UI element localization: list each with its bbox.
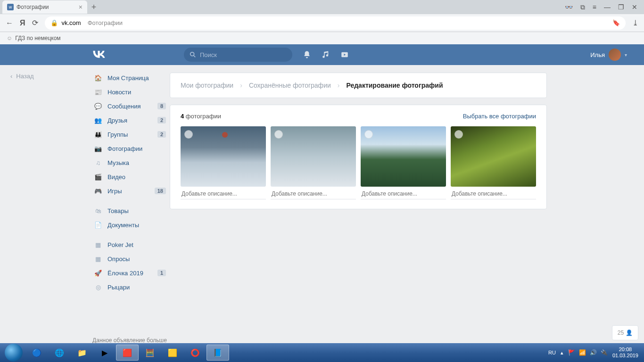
- sidebar-item-app-knights[interactable]: ◎Рыцари: [90, 280, 170, 294]
- chevron-right-icon: ›: [240, 82, 242, 89]
- photo-card: [451, 126, 536, 199]
- select-checkbox[interactable]: [454, 130, 463, 139]
- chat-widget[interactable]: 25 👤: [612, 325, 638, 340]
- sidebar-item-market[interactable]: 🛍Товары: [90, 204, 170, 218]
- taskbar-app-yandex2[interactable]: 🟨: [161, 345, 184, 361]
- minimize-button[interactable]: —: [604, 3, 611, 11]
- sidebar-item-groups[interactable]: 👪Группы2: [90, 127, 170, 141]
- sidebar-item-photos[interactable]: 📷Фотографии: [90, 141, 170, 156]
- taskbar: 🔵 🌐 📁 ▶ 🟥 🧮 🟨 ⭕ 📘 RU ▴ 🚩 📶 🔊 🔌 20:08 01.…: [0, 343, 644, 362]
- sidebar-item-my-page[interactable]: 🏠Моя Страница: [90, 71, 170, 85]
- sidebar-item-label: Опросы: [107, 255, 130, 263]
- photo-count: 4 фотографии: [181, 113, 221, 120]
- taskbar-app-ie[interactable]: 🌐: [48, 345, 71, 361]
- vk-logo-icon[interactable]: [90, 49, 108, 60]
- photo-card: [271, 126, 356, 199]
- app-icon: ▦: [93, 240, 103, 249]
- maximize-button[interactable]: ❐: [618, 3, 624, 11]
- select-checkbox[interactable]: [274, 130, 283, 139]
- sidebar-item-docs[interactable]: 📄Документы: [90, 218, 170, 232]
- bookmark-link[interactable]: ГДЗ по немецком: [15, 35, 60, 41]
- badge: 8: [157, 103, 166, 109]
- taskbar-app-explorer[interactable]: 📁: [71, 345, 93, 361]
- home-icon: 🏠: [93, 73, 103, 82]
- sidebar-item-label: Друзья: [107, 117, 127, 124]
- tray-flag-icon[interactable]: 🚩: [568, 349, 575, 356]
- reader-mode-icon[interactable]: 👓: [565, 3, 573, 11]
- description-input[interactable]: [451, 187, 536, 199]
- photos-panel: 4 фотографии Выбрать все фотографии: [170, 105, 547, 209]
- search-input[interactable]: Поиск: [184, 48, 292, 62]
- breadcrumb-my-photos[interactable]: Мои фотографии: [181, 82, 233, 89]
- taskbar-app-calc[interactable]: 🧮: [139, 345, 161, 361]
- tray-show-hidden-icon[interactable]: ▴: [561, 350, 563, 356]
- photo-thumbnail[interactable]: [181, 126, 266, 187]
- sidebar-item-label: Сообщения: [107, 103, 141, 110]
- tray-network-icon[interactable]: 📶: [579, 349, 586, 356]
- tray-volume-icon[interactable]: 🔊: [590, 349, 597, 356]
- sidebar-item-games[interactable]: 🎮Игры18: [90, 184, 170, 198]
- downloads-button[interactable]: ⤓: [632, 18, 638, 27]
- start-button[interactable]: [5, 344, 23, 362]
- tray-language[interactable]: RU: [548, 350, 556, 355]
- taskbar-app-media[interactable]: ▶: [93, 345, 116, 361]
- favicon-icon: w: [7, 4, 14, 10]
- sidebar-item-messages[interactable]: 💬Сообщения8: [90, 99, 170, 113]
- tray-icons[interactable]: 🚩 📶 🔊 🔌: [568, 349, 608, 356]
- description-input[interactable]: [181, 187, 266, 199]
- sidebar-item-label: Видео: [107, 173, 125, 181]
- back-link[interactable]: ‹ Назад: [10, 73, 90, 80]
- photo-thumbnail[interactable]: [451, 126, 536, 187]
- tray-clock[interactable]: 20:08 01.03.2019: [612, 346, 638, 359]
- home-button[interactable]: Я: [20, 19, 25, 27]
- bookmark-icon[interactable]: 🔖: [612, 19, 620, 26]
- browser-toolbar: ← Я ⟳ 🔒 vk.com Фотографии 🔖 ⤓: [0, 14, 644, 32]
- chevron-left-icon: ‹: [10, 73, 12, 80]
- menu-icon[interactable]: ≡: [593, 3, 596, 11]
- sidebar-item-app-tree[interactable]: 🚀Ёлочка 20191: [90, 266, 170, 280]
- description-input[interactable]: [361, 187, 446, 199]
- user-menu[interactable]: Илья ▾: [590, 49, 627, 61]
- photo-card: [361, 126, 446, 199]
- search-placeholder: Поиск: [200, 51, 217, 58]
- photo-thumbnail[interactable]: [361, 126, 446, 187]
- tray-power-icon[interactable]: 🔌: [601, 349, 608, 356]
- browser-tab-strip: w Фотографии × + 👓 ⧉ ≡ — ❐ ✕: [0, 0, 644, 14]
- select-checkbox[interactable]: [184, 130, 193, 139]
- sidebar: 🏠Моя Страница 📰Новости 💬Сообщения8 👥Друз…: [90, 65, 170, 358]
- sidebar-item-app-poker[interactable]: ▦Poker Jet: [90, 238, 170, 252]
- sidebar-item-app-polls[interactable]: ▦Опросы: [90, 252, 170, 266]
- sidebar-item-friends[interactable]: 👥Друзья2: [90, 113, 170, 127]
- tray-date: 01.03.2019: [612, 353, 638, 359]
- bookmarks-panel-icon[interactable]: ⧉: [580, 3, 585, 11]
- breadcrumb-panel: Мои фотографии › Сохранённые фотографии …: [170, 73, 547, 98]
- new-tab-button[interactable]: +: [87, 0, 100, 14]
- browser-tab[interactable]: w Фотографии ×: [2, 0, 87, 14]
- sidebar-item-news[interactable]: 📰Новости: [90, 85, 170, 99]
- breadcrumb-saved-photos[interactable]: Сохранённые фотографии: [249, 82, 331, 89]
- chevron-down-icon: ▾: [625, 52, 627, 58]
- app-icon: ◎: [93, 282, 103, 292]
- select-all-link[interactable]: Выбрать все фотографии: [463, 113, 536, 120]
- description-input[interactable]: [271, 187, 356, 199]
- reload-button[interactable]: ⟳: [32, 18, 38, 27]
- video-icon[interactable]: [340, 50, 349, 59]
- notifications-icon[interactable]: [303, 50, 311, 59]
- taskbar-app-word[interactable]: 📘: [206, 345, 229, 361]
- taskbar-app-chrome[interactable]: ⭕: [184, 345, 206, 361]
- back-button[interactable]: ←: [6, 19, 13, 27]
- select-checkbox[interactable]: [364, 130, 373, 139]
- close-tab-button[interactable]: ×: [79, 3, 83, 11]
- sidebar-item-music[interactable]: ♫Музыка: [90, 156, 170, 170]
- groups-icon: 👪: [93, 130, 103, 139]
- camera-icon: 📷: [93, 144, 103, 153]
- photo-thumbnail[interactable]: [271, 126, 356, 187]
- music-icon[interactable]: [322, 50, 330, 59]
- taskbar-app-yandex[interactable]: 🟥: [116, 345, 139, 361]
- close-window-button[interactable]: ✕: [632, 3, 637, 11]
- sidebar-item-label: Товары: [107, 207, 129, 214]
- taskbar-app-cortana[interactable]: 🔵: [25, 345, 48, 361]
- address-bar[interactable]: 🔒 vk.com Фотографии 🔖: [45, 16, 626, 30]
- sidebar-item-label: Poker Jet: [107, 241, 133, 248]
- sidebar-item-video[interactable]: 🎬Видео: [90, 170, 170, 184]
